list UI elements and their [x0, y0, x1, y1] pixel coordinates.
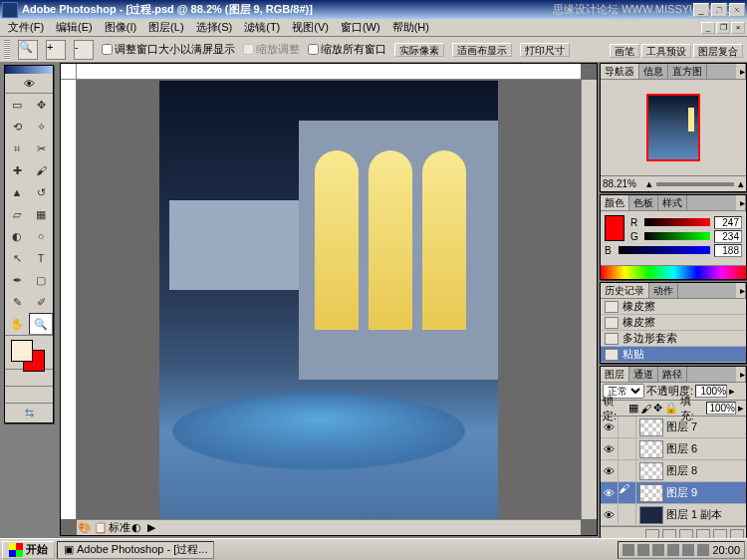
- layer-thumbnail[interactable]: [639, 440, 663, 458]
- link-cell[interactable]: [619, 438, 636, 459]
- quickmask-mode-button[interactable]: [29, 370, 53, 386]
- ps-logo-icon[interactable]: 👁: [5, 74, 53, 94]
- path-tool[interactable]: ↖: [5, 247, 29, 269]
- foreground-color[interactable]: [11, 340, 33, 362]
- tab-color[interactable]: 颜色: [601, 195, 629, 210]
- layer-row[interactable]: 👁图层 6: [601, 438, 746, 460]
- hand-tool[interactable]: ✋: [5, 313, 29, 335]
- fit-window-checkbox[interactable]: 调整窗口大小以满屏显示: [102, 42, 235, 57]
- visibility-icon[interactable]: 👁: [601, 417, 619, 437]
- lock-paint-icon[interactable]: 🖌: [640, 403, 651, 415]
- lock-position-icon[interactable]: ✥: [653, 402, 662, 415]
- toolbox-header[interactable]: [5, 66, 53, 74]
- status-icon-1[interactable]: 🎨: [78, 521, 92, 535]
- brush-tool[interactable]: 🖌: [29, 159, 53, 181]
- tab-styles[interactable]: 样式: [658, 195, 687, 210]
- actual-pixels-button[interactable]: 实际像素: [394, 43, 444, 57]
- history-item[interactable]: 粘贴: [601, 347, 746, 363]
- tab-swatches[interactable]: 色板: [629, 195, 658, 210]
- dodge-tool[interactable]: ○: [29, 225, 53, 247]
- zoom-in-icon[interactable]: +: [46, 40, 66, 60]
- tab-info[interactable]: 信息: [639, 64, 668, 79]
- taskbar-app-button[interactable]: ▣ Adobe Photoshop - [过程...: [57, 541, 214, 559]
- tab-actions[interactable]: 动作: [649, 283, 678, 298]
- tray-icon[interactable]: [622, 544, 634, 556]
- tab-history[interactable]: 历史记录: [601, 283, 649, 298]
- lasso-tool[interactable]: ⟲: [5, 116, 29, 138]
- well-tool-presets[interactable]: 工具预设: [641, 44, 691, 58]
- well-layer-comps[interactable]: 图层复合: [693, 44, 743, 58]
- zoom-tool[interactable]: 🔍: [29, 313, 53, 335]
- horizontal-ruler[interactable]: [77, 64, 581, 80]
- lock-transparency-icon[interactable]: ▦: [628, 402, 638, 415]
- b-slider[interactable]: [619, 246, 710, 254]
- color-spectrum[interactable]: [601, 265, 746, 279]
- healing-tool[interactable]: ✚: [5, 159, 29, 181]
- print-size-button[interactable]: 打印尺寸: [520, 43, 570, 57]
- minimize-button[interactable]: _: [693, 3, 709, 17]
- tab-channels[interactable]: 通道: [629, 367, 658, 382]
- standard-mode-button[interactable]: [5, 370, 29, 386]
- menu-filter[interactable]: 滤镜(T): [238, 19, 286, 36]
- vertical-scrollbar[interactable]: [581, 80, 597, 519]
- doc-restore-button[interactable]: ❐: [716, 22, 730, 34]
- menu-file[interactable]: 文件(F): [2, 19, 50, 36]
- status-icon-2[interactable]: 📋: [94, 521, 108, 535]
- eyedropper-tool[interactable]: ✐: [29, 291, 53, 313]
- tab-histogram[interactable]: 直方图: [668, 64, 707, 79]
- screen-mode-1[interactable]: [5, 387, 29, 403]
- layer-row[interactable]: 👁🖌图层 9: [601, 482, 746, 504]
- zoom-all-checkbox[interactable]: 缩放所有窗口: [308, 42, 386, 57]
- status-icon-4[interactable]: ▶: [147, 521, 161, 535]
- clock[interactable]: 20:00: [712, 544, 740, 556]
- menu-edit[interactable]: 编辑(E): [50, 19, 99, 36]
- tray-icon[interactable]: [682, 544, 694, 556]
- well-brushes[interactable]: 画笔: [610, 44, 639, 58]
- lock-all-icon[interactable]: 🔒: [664, 402, 678, 415]
- navigator-menu-icon[interactable]: ▸: [736, 64, 746, 79]
- opacity-arrow-icon[interactable]: ▸: [729, 385, 735, 398]
- doc-close-button[interactable]: ×: [731, 22, 745, 34]
- visibility-icon[interactable]: 👁: [601, 504, 619, 525]
- screen-mode-2[interactable]: [29, 387, 53, 403]
- tab-paths[interactable]: 路径: [658, 367, 687, 382]
- tray-icon[interactable]: [697, 544, 709, 556]
- history-item[interactable]: 橡皮擦: [601, 315, 746, 331]
- vertical-ruler[interactable]: [61, 80, 77, 519]
- navigator-zoom-value[interactable]: 88.21%: [603, 178, 646, 189]
- layer-row[interactable]: 👁图层 8: [601, 460, 746, 482]
- layer-thumbnail[interactable]: [639, 419, 663, 436]
- fit-screen-button[interactable]: 适画布显示: [452, 43, 512, 57]
- history-menu-icon[interactable]: ▸: [736, 283, 746, 298]
- r-value[interactable]: 247: [714, 216, 742, 229]
- layer-row[interactable]: 👁图层 7: [601, 417, 746, 438]
- layer-thumbnail[interactable]: [639, 462, 663, 480]
- menu-layer[interactable]: 图层(L): [142, 19, 189, 36]
- tray-icon[interactable]: [652, 544, 664, 556]
- visibility-icon[interactable]: 👁: [601, 460, 619, 481]
- start-button[interactable]: 开始: [2, 541, 55, 559]
- shape-tool[interactable]: ▢: [29, 269, 53, 291]
- blur-tool[interactable]: ◐: [5, 225, 29, 247]
- color-menu-icon[interactable]: ▸: [736, 195, 746, 210]
- link-cell[interactable]: [619, 504, 636, 525]
- close-button[interactable]: ×: [729, 3, 745, 17]
- history-item[interactable]: 橡皮擦: [601, 299, 746, 315]
- tab-navigator[interactable]: 导航器: [601, 64, 639, 79]
- tray-icon[interactable]: [637, 544, 649, 556]
- g-slider[interactable]: [644, 232, 710, 240]
- gradient-tool[interactable]: ▦: [29, 203, 53, 225]
- fill-arrow-icon[interactable]: ▸: [738, 402, 744, 415]
- navigator-thumbnail[interactable]: [646, 94, 700, 161]
- canvas-area[interactable]: [77, 80, 581, 519]
- history-item[interactable]: 多边形套索: [601, 331, 746, 347]
- zoom-in-icon[interactable]: ▴: [738, 177, 744, 190]
- options-grip[interactable]: [4, 40, 10, 60]
- status-icon-3[interactable]: ◐: [131, 521, 145, 535]
- link-cell[interactable]: [619, 417, 636, 437]
- pen-tool[interactable]: ✒: [5, 269, 29, 291]
- menu-select[interactable]: 选择(S): [190, 19, 239, 36]
- ruler-origin[interactable]: [61, 64, 77, 80]
- marquee-tool[interactable]: ▭: [5, 94, 29, 116]
- color-current-swatch[interactable]: [605, 215, 624, 241]
